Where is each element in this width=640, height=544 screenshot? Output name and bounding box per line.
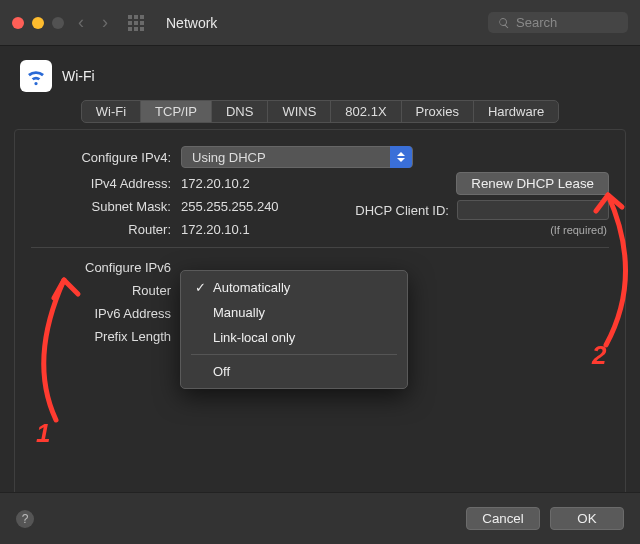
tab-wifi[interactable]: Wi-Fi — [82, 101, 141, 122]
configure-ipv4-select[interactable]: Using DHCP — [181, 146, 413, 168]
ok-button[interactable]: OK — [550, 507, 624, 530]
updown-icon — [390, 146, 412, 168]
titlebar: ‹ › Network Search — [0, 0, 640, 46]
subnet-value: 255.255.255.240 — [181, 199, 279, 214]
dhcp-client-id-field[interactable] — [457, 200, 609, 220]
window-title: Network — [166, 15, 217, 31]
annotation-number-1: 1 — [36, 418, 50, 449]
close-window-button[interactable] — [12, 17, 24, 29]
ipv6-prefix-label: Prefix Length — [31, 329, 181, 344]
connection-name: Wi-Fi — [62, 68, 95, 84]
tcpip-panel: Configure IPv4: Using DHCP IPv4 Address:… — [14, 129, 626, 519]
router-value: 172.20.10.1 — [181, 222, 250, 237]
tab-proxies[interactable]: Proxies — [402, 101, 474, 122]
zoom-window-button — [52, 17, 64, 29]
ipv4-address-label: IPv4 Address: — [31, 176, 181, 191]
tabs: Wi-Fi TCP/IP DNS WINS 802.1X Proxies Har… — [81, 100, 560, 123]
menu-item-manually[interactable]: Manually — [185, 300, 403, 325]
menu-divider — [191, 354, 397, 355]
menu-item-automatically[interactable]: Automatically — [185, 275, 403, 300]
subnet-label: Subnet Mask: — [31, 199, 181, 214]
dhcp-client-id-label: DHCP Client ID: — [355, 203, 449, 218]
configure-ipv6-menu[interactable]: Automatically Manually Link-local only O… — [180, 270, 408, 389]
minimize-window-button[interactable] — [32, 17, 44, 29]
cancel-button[interactable]: Cancel — [466, 507, 540, 530]
search-placeholder: Search — [516, 15, 557, 30]
footer: ? Cancel OK — [0, 492, 640, 544]
ipv6-router-label: Router — [31, 283, 181, 298]
search-field[interactable]: Search — [488, 12, 628, 33]
search-icon — [498, 17, 510, 29]
annotation-number-2: 2 — [592, 340, 606, 371]
ipv4-address-value: 172.20.10.2 — [181, 176, 250, 191]
tab-8021x[interactable]: 802.1X — [331, 101, 401, 122]
ipv6-address-label: IPv6 Address — [31, 306, 181, 321]
configure-ipv4-label: Configure IPv4: — [31, 150, 181, 165]
wifi-icon — [20, 60, 52, 92]
tab-wins[interactable]: WINS — [268, 101, 331, 122]
nav-forward-button: › — [98, 12, 112, 33]
tab-dns[interactable]: DNS — [212, 101, 268, 122]
configure-ipv4-value: Using DHCP — [192, 150, 266, 165]
panel-divider — [31, 247, 609, 248]
configure-ipv6-label: Configure IPv6 — [31, 260, 181, 275]
renew-dhcp-lease-button[interactable]: Renew DHCP Lease — [456, 172, 609, 195]
tab-hardware[interactable]: Hardware — [474, 101, 558, 122]
menu-item-link-local-only[interactable]: Link-local only — [185, 325, 403, 350]
dhcp-client-id-hint: (If required) — [455, 224, 607, 236]
tab-tcpip[interactable]: TCP/IP — [141, 101, 212, 122]
connection-header: Wi-Fi — [0, 46, 640, 100]
nav-back-button[interactable]: ‹ — [74, 12, 88, 33]
help-button[interactable]: ? — [16, 510, 34, 528]
menu-item-off[interactable]: Off — [185, 359, 403, 384]
all-prefs-grid-icon[interactable] — [128, 15, 144, 31]
traffic-lights — [12, 17, 64, 29]
router-label: Router: — [31, 222, 181, 237]
